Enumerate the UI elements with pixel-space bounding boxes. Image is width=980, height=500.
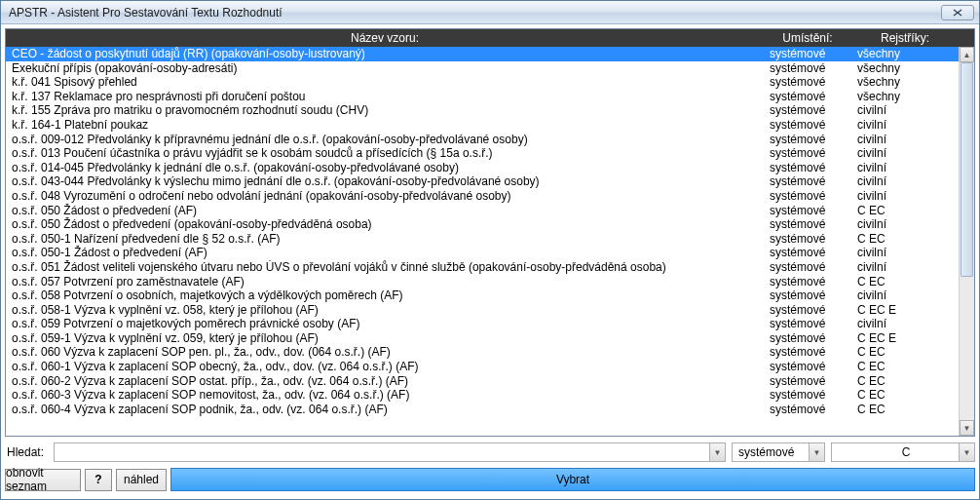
row-registry: C EC <box>851 232 959 247</box>
table-row[interactable]: k.ř. 041 Spisový přehledsystémovévšechny <box>6 75 959 90</box>
row-registry: C EC E <box>851 303 959 318</box>
table-row[interactable]: o.s.ř. 014-045 Předvolánky k jednání dle… <box>6 161 959 175</box>
row-location: systémové <box>764 288 851 303</box>
row-location: systémové <box>764 61 851 76</box>
row-location: systémové <box>764 161 851 175</box>
row-location: systémové <box>764 103 851 118</box>
row-registry: C EC <box>851 388 959 403</box>
table-row[interactable]: o.s.ř. 043-044 Předvolánky k výslechu mi… <box>6 174 959 189</box>
row-registry: C EC <box>851 403 959 417</box>
table-row[interactable]: o.s.ř. 059 Potvrzení o majetkových poměr… <box>6 317 959 331</box>
table-row[interactable]: o.s.ř. 060-2 Výzva k zaplacení SOP ostat… <box>6 374 959 389</box>
registry-dropdown-arrow[interactable]: ▼ <box>959 443 974 461</box>
row-registry: civilní <box>851 246 959 260</box>
scroll-thumb[interactable] <box>961 62 973 277</box>
row-registry: civilní <box>851 161 959 175</box>
col-header-registry[interactable]: Rejstříky: <box>851 29 959 47</box>
row-location: systémové <box>764 260 851 275</box>
row-location: systémové <box>764 90 851 104</box>
table-row[interactable]: k.ř. 155 Zpráva pro matriku o pravomocné… <box>6 103 959 118</box>
row-registry: civilní <box>851 103 959 118</box>
preview-button[interactable]: náhled <box>116 469 167 491</box>
table-row[interactable]: o.s.ř. 060-4 Výzva k zaplacení SOP podni… <box>6 403 959 417</box>
help-button[interactable]: ? <box>85 469 112 491</box>
filter-registry-value: C <box>902 445 911 459</box>
table-row[interactable]: k.ř. 164-1 Platební poukazsystémovécivil… <box>6 118 959 133</box>
scroll-track[interactable] <box>960 62 974 420</box>
location-dropdown-arrow[interactable]: ▼ <box>809 443 824 461</box>
row-location: systémové <box>764 374 851 389</box>
row-location: systémové <box>764 331 851 346</box>
row-name: o.s.ř. 014-045 Předvolánky k jednání dle… <box>6 161 764 175</box>
refresh-list-button[interactable]: obnovit seznam <box>5 469 81 491</box>
close-icon <box>952 8 963 18</box>
row-registry: civilní <box>851 260 959 275</box>
row-registry: civilní <box>851 217 959 232</box>
row-registry: civilní <box>851 288 959 303</box>
titlebar: APSTR - Asistent Pro Sestavování Textu R… <box>1 1 979 24</box>
row-name: o.s.ř. 060-2 Výzva k zaplacení SOP ostat… <box>6 374 764 389</box>
row-name: o.s.ř. 058 Potvrzení o osobních, majetko… <box>6 288 764 303</box>
row-location: systémové <box>764 133 851 147</box>
row-location: systémové <box>764 345 851 360</box>
table-row[interactable]: o.s.ř. 050-1 Žádost o předvedení (AF)sys… <box>6 246 959 260</box>
row-name: o.s.ř. 050 Žádost o předvedení (AF) <box>6 204 764 218</box>
table-row[interactable]: CEO - žádost o poskytnutí údajů (RR) (op… <box>6 47 959 61</box>
search-dropdown-arrow[interactable]: ▼ <box>709 443 725 461</box>
table-row[interactable]: o.s.ř. 059-1 Výzva k vyplnění vz. 059, k… <box>6 331 959 346</box>
row-registry: C EC <box>851 345 959 360</box>
table-row[interactable]: o.s.ř. 058-1 Výzva k vyplnění vz. 058, k… <box>6 303 959 318</box>
table-row[interactable]: o.s.ř. 058 Potvrzení o osobních, majetko… <box>6 288 959 303</box>
row-name: k.ř. 041 Spisový přehled <box>6 75 764 90</box>
row-name: o.s.ř. 043-044 Předvolánky k výslechu mi… <box>6 174 764 189</box>
scroll-up-arrow[interactable]: ▲ <box>960 47 974 62</box>
col-header-name[interactable]: Název vzoru: <box>6 29 764 47</box>
table-row[interactable]: o.s.ř. 048 Vyrozumění o odročení nebo od… <box>6 189 959 204</box>
filter-location-combo[interactable]: systémové ▼ <box>732 442 825 462</box>
row-name: o.s.ř. 060-4 Výzva k zaplacení SOP podni… <box>6 403 764 417</box>
row-location: systémové <box>764 189 851 204</box>
table-row[interactable]: o.s.ř. 050 Žádost o předvedení (AF)systé… <box>6 204 959 218</box>
scroll-down-arrow[interactable]: ▼ <box>960 420 974 436</box>
search-label: Hledat: <box>5 445 48 459</box>
row-name: CEO - žádost o poskytnutí údajů (RR) (op… <box>6 47 764 61</box>
table-row[interactable]: o.s.ř. 009-012 Předvolánky k přípravnému… <box>6 133 959 147</box>
col-header-location[interactable]: Umístění: <box>764 29 851 47</box>
row-registry: všechny <box>851 75 959 90</box>
select-button[interactable]: Vybrat <box>170 468 975 491</box>
row-location: systémové <box>764 146 851 161</box>
row-location: systémové <box>764 174 851 189</box>
row-name: o.s.ř. 051 Žádost veliteli vojenského út… <box>6 260 764 275</box>
row-location: systémové <box>764 232 851 247</box>
row-registry: civilní <box>851 317 959 331</box>
table-row[interactable]: o.s.ř. 060 Výzva k zaplacení SOP pen. pl… <box>6 345 959 360</box>
row-name: k.ř. 155 Zpráva pro matriku o pravomocné… <box>6 103 764 118</box>
search-input[interactable]: ▼ <box>54 442 726 462</box>
row-registry: civilní <box>851 118 959 133</box>
row-registry: C EC <box>851 374 959 389</box>
row-name: o.s.ř. 050-1 Nařízení předvedení dle § 5… <box>6 232 764 247</box>
table-row[interactable]: o.s.ř. 060-1 Výzva k zaplacení SOP obecn… <box>6 360 959 374</box>
table-row[interactable]: o.s.ř. 057 Potvrzení pro zaměstnavatele … <box>6 275 959 289</box>
table-row[interactable]: o.s.ř. 050 Žádost o předvedení (opakován… <box>6 217 959 232</box>
table-row[interactable]: k.ř. 137 Reklamace pro nesprávnosti při … <box>6 90 959 104</box>
list-header: Název vzoru: Umístění: Rejstříky: <box>6 29 974 47</box>
row-location: systémové <box>764 118 851 133</box>
filter-registry-combo[interactable]: C ▼ <box>831 442 975 462</box>
table-row[interactable]: o.s.ř. 013 Poučení účastníka o právu vyj… <box>6 146 959 161</box>
window-title: APSTR - Asistent Pro Sestavování Textu R… <box>9 6 941 19</box>
app-window: APSTR - Asistent Pro Sestavování Textu R… <box>0 0 980 500</box>
vertical-scrollbar[interactable]: ▲ ▼ <box>959 47 974 436</box>
row-location: systémové <box>764 360 851 374</box>
close-button[interactable] <box>941 5 974 20</box>
filter-location-value: systémové <box>738 445 794 459</box>
row-name: o.s.ř. 048 Vyrozumění o odročení nebo od… <box>6 189 764 204</box>
table-row[interactable]: o.s.ř. 050-1 Nařízení předvedení dle § 5… <box>6 232 959 247</box>
table-row[interactable]: o.s.ř. 060-3 Výzva k zaplacení SOP nemov… <box>6 388 959 403</box>
table-row[interactable]: Exekuční přípis (opakování-osoby-adresát… <box>6 61 959 76</box>
row-registry: civilní <box>851 146 959 161</box>
row-registry: všechny <box>851 61 959 76</box>
table-row[interactable]: o.s.ř. 051 Žádost veliteli vojenského út… <box>6 260 959 275</box>
row-registry: civilní <box>851 133 959 147</box>
row-name: o.s.ř. 059 Potvrzení o majetkových poměr… <box>6 317 764 331</box>
